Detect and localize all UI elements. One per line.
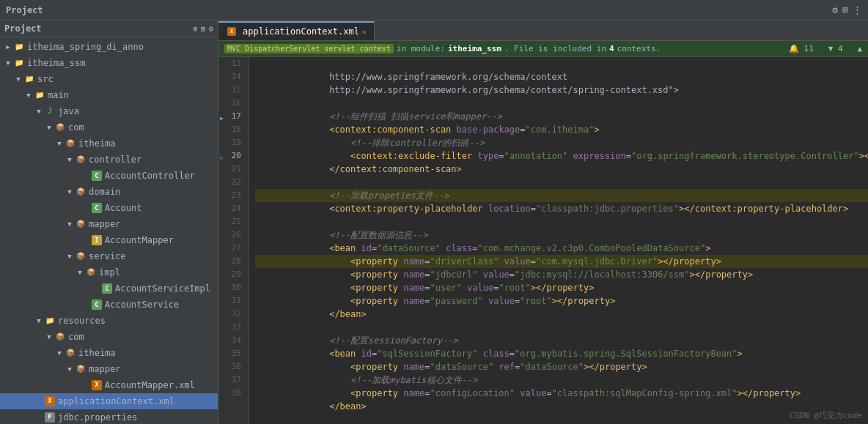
line-num-32: 32 [218, 308, 244, 321]
tree-item-com[interactable]: ▼ 📦 com [0, 119, 218, 135]
line-num-21: 21 [218, 163, 244, 176]
line-num-34: 34 [218, 334, 244, 347]
sidebar: Project ⊕ ⊞ ⚙ ▶ 📁 itheima_spring_di_anno… [0, 21, 218, 424]
line-num-16: 16 [218, 97, 244, 110]
tree-item-mapper[interactable]: ▼ 📦 mapper [0, 216, 218, 232]
folder-icon: 📁 [34, 89, 45, 101]
top-bar-icons: ⚙ ⊞ ⋮ [832, 4, 862, 15]
tree-item-account-service[interactable]: C AccountService [0, 297, 218, 313]
folder-icon: 📁 [44, 315, 56, 327]
module-name: itheima_ssm [448, 44, 501, 53]
code-content[interactable]: http://www.springframework.org/schema/co… [249, 57, 868, 424]
folder-icon: 📁 [13, 41, 25, 53]
line-num-33: 33 [218, 321, 244, 334]
tree-item-account-service-impl[interactable]: C AccountServiceImpl [0, 280, 218, 297]
tree-item-application-context[interactable]: X applicationContext.xml [0, 393, 218, 409]
tree-item-domain[interactable]: ▼ 📦 domain [0, 184, 218, 200]
class-icon: C [101, 283, 113, 294]
tree-item-account[interactable]: C Account [0, 200, 218, 216]
tab-close-icon[interactable]: ✕ [362, 28, 367, 36]
line-num-27: 27 [218, 242, 244, 255]
main-layout: Project ⊕ ⊞ ⚙ ▶ 📁 itheima_spring_di_anno… [0, 21, 868, 424]
contexts-count: 4 [609, 44, 614, 53]
tree-item-impl[interactable]: ▼ 📦 impl [0, 264, 218, 280]
line-num-26: 26 [218, 228, 244, 242]
package-icon: 📦 [65, 138, 76, 149]
tree-item-src[interactable]: ▼ 📁 src [0, 71, 218, 87]
in-module-text: in module: [397, 44, 445, 53]
arrow-icon: ▼ [13, 72, 23, 86]
props-icon: P [44, 412, 56, 423]
tree-item-main[interactable]: ▼ 📁 main [0, 87, 218, 103]
line-num-22: 22 [218, 176, 244, 189]
tree-item-itheima-ssm[interactable]: ▼ 📁 itheima_ssm [0, 55, 218, 71]
tree-item-account-controller[interactable]: C AccountController [0, 168, 218, 184]
arrow-icon: ▼ [23, 88, 34, 103]
sidebar-header-title: Project [4, 23, 42, 34]
code-line-16: <!--组件扫描 扫描service和mapper--> [255, 97, 868, 110]
tab-xml-icon: X [226, 26, 238, 37]
tree-item-controller[interactable]: ▼ 📦 controller [0, 152, 218, 168]
arrow-icon: ▼ [65, 152, 75, 167]
package-icon: 📦 [75, 218, 87, 230]
package-icon: 📦 [54, 122, 66, 133]
package-icon: 📦 [75, 250, 87, 262]
arrow-icon: ▼ [34, 313, 44, 328]
tree-item-account-mapper[interactable]: I AccountMapper [0, 232, 218, 248]
arrow-icon: ▼ [54, 136, 65, 151]
java-icon: J [44, 105, 56, 117]
sidebar-icon-2[interactable]: ⊞ [201, 24, 206, 34]
package-icon: 📦 [85, 267, 97, 278]
line-num-17: 17 ▶ [218, 110, 244, 123]
class-icon: C [91, 170, 103, 182]
package-icon: 📦 [75, 154, 87, 165]
line-num-31: 31 [218, 294, 244, 308]
editor-tabs: X applicationContext.xml ✕ [218, 21, 868, 41]
arrow-icon: ▼ [44, 120, 54, 135]
code-line-22: <!--加载propeties文件--> [255, 176, 868, 189]
tree-item-resources[interactable]: ▼ 📁 resources [0, 313, 218, 329]
line-num-37: 37 [218, 373, 244, 387]
tree-item-java[interactable]: ▼ J java [0, 103, 218, 119]
tree-item-itheima[interactable]: ▼ 📦 itheima [0, 135, 218, 152]
top-bar: Project ⚙ ⊞ ⋮ [0, 0, 868, 21]
line-num-25: 25 [218, 215, 244, 228]
tab-application-context[interactable]: X applicationContext.xml ✕ [218, 21, 375, 40]
line-numbers: 13 14 15 16 17 ▶ 18 19 20 ▷ 21 22 23 24 … [218, 57, 249, 424]
folder-icon: 📁 [23, 73, 35, 85]
contexts-label: contexts. [617, 44, 661, 53]
line-num-29: 29 [218, 268, 244, 281]
line-num-20: 20 ▷ [218, 149, 244, 163]
code-editor[interactable]: 13 14 15 16 17 ▶ 18 19 20 ▷ 21 22 23 24 … [218, 57, 868, 424]
tree-item-jdbc-props[interactable]: P jdbc.properties [0, 409, 218, 424]
sidebar-icon-3[interactable]: ⚙ [208, 24, 213, 34]
tree-item-itheima-resources[interactable]: ▼ 📦 itheima [0, 345, 218, 361]
line-num-35: 35 [218, 347, 244, 360]
tree-item-mapper-resources[interactable]: ▼ 📦 mapper [0, 361, 218, 377]
package-icon: 📦 [75, 186, 87, 198]
settings-icon[interactable]: ⋮ [853, 4, 862, 15]
arrow-icon: ▼ [44, 330, 54, 344]
tree-item-service[interactable]: ▼ 📦 service [0, 248, 218, 264]
xml-icon: X [44, 395, 56, 407]
package-icon: 📦 [54, 331, 66, 343]
gear-icon[interactable]: ⚙ [832, 4, 838, 15]
line-num-13: 13 [218, 57, 244, 70]
arrow-icon: ▼ [3, 56, 13, 70]
tree-item-com-resources[interactable]: ▼ 📦 com [0, 329, 218, 345]
sidebar-icon-1[interactable]: ⊕ [193, 24, 198, 34]
watermark: CSDN @巧克力code [790, 410, 862, 421]
interface-icon: I [91, 234, 103, 246]
package-icon: 📦 [75, 363, 87, 375]
line-num-18: 18 [218, 123, 244, 136]
tab-label: applicationContext.xml [243, 26, 359, 37]
editor-area: X applicationContext.xml ✕ MVC Dispatche… [218, 21, 868, 424]
sidebar-header-icons: ⊕ ⊞ ⚙ [193, 24, 213, 34]
class-icon: C [91, 202, 103, 214]
tree-item-itheima-spring[interactable]: ▶ 📁 itheima_spring_di_anno [0, 39, 218, 55]
tree-item-account-mapper-xml[interactable]: X AccountMapper.xml [0, 377, 218, 393]
line-num-36: 36 [218, 360, 244, 373]
file-info: . File is included in [504, 44, 606, 53]
layout-icon[interactable]: ⊞ [842, 4, 848, 15]
line-num-23: 23 [218, 189, 244, 202]
